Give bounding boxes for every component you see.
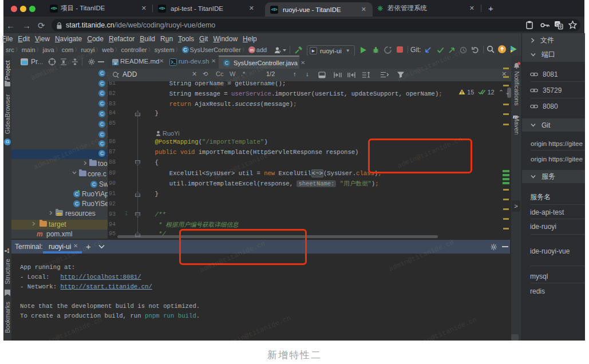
svg-text:文: 文 <box>559 25 563 29</box>
